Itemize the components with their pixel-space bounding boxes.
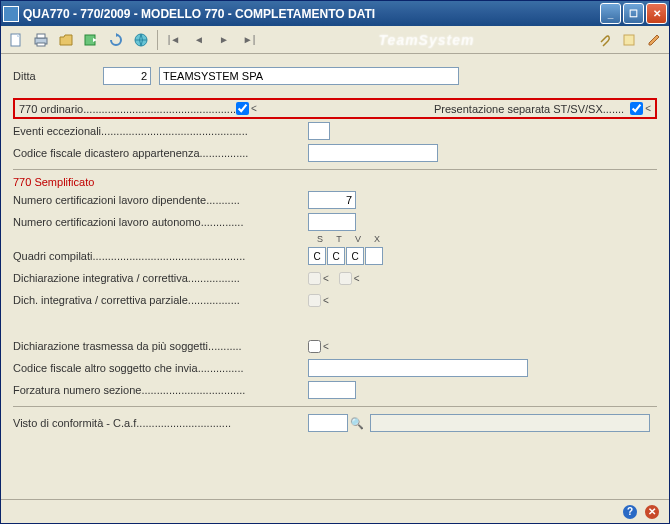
export-icon[interactable] [80, 29, 102, 51]
separator-1 [13, 169, 657, 170]
quad-v-input[interactable] [346, 247, 364, 265]
semplificato-title: 770 Semplificato [13, 176, 657, 188]
quad-s-input[interactable] [308, 247, 326, 265]
dich-integrativa-row: Dichiarazione integrativa / correttiva..… [13, 268, 657, 288]
trasmessa-row: Dichiarazione trasmessa da più soggetti.… [13, 336, 657, 356]
statusbar: ? ✕ [1, 499, 669, 523]
window-controls: _ ☐ ✕ [600, 3, 667, 24]
codfisc-altro-label: Codice fiscale altro soggetto che invia.… [13, 362, 308, 374]
presentazione-lt-icon: < [645, 103, 651, 114]
dich-integrativa-checkbox [308, 272, 321, 285]
dich-parziale-row: Dich. integrativa / correttiva parziale.… [13, 290, 657, 310]
codfisc-dicastero-row: Codice fiscale dicastero appartenenza...… [13, 143, 657, 163]
edit-icon[interactable] [643, 29, 665, 51]
eventi-input[interactable] [308, 122, 330, 140]
last-icon[interactable]: ►| [238, 29, 260, 51]
quadri-header: S T V X [311, 234, 657, 244]
cert-dipendente-label: Numero certificazioni lavoro dipendente.… [13, 194, 308, 206]
svg-rect-2 [37, 34, 45, 38]
toolbar-separator [157, 30, 158, 50]
refresh-icon[interactable] [105, 29, 127, 51]
quad-x-input[interactable] [365, 247, 383, 265]
eventi-row: Eventi eccezionali......................… [13, 121, 657, 141]
trasmessa-label: Dichiarazione trasmessa da più soggetti.… [13, 340, 308, 352]
quad-t-input[interactable] [327, 247, 345, 265]
visto-code-input[interactable] [308, 414, 348, 432]
close-button[interactable]: ✕ [646, 3, 667, 24]
cert-autonomo-row: Numero certificazioni lavoro autonomo...… [13, 212, 657, 232]
separator-2 [13, 406, 657, 407]
attach-icon[interactable] [593, 29, 615, 51]
quad-col-x: X [368, 234, 386, 244]
folder-icon[interactable] [55, 29, 77, 51]
dich-parziale-label: Dich. integrativa / correttiva parziale.… [13, 294, 308, 306]
forzatura-input[interactable] [308, 381, 356, 399]
ditta-label: Ditta [13, 70, 103, 82]
visto-row: Visto di conformità - C.a.f.............… [13, 413, 657, 433]
maximize-button[interactable]: ☐ [623, 3, 644, 24]
dich-integrativa-checkbox-2 [339, 272, 352, 285]
error-icon[interactable]: ✕ [645, 505, 659, 519]
quadri-label: Quadri compilati........................… [13, 250, 308, 262]
cert-autonomo-input[interactable] [308, 213, 356, 231]
globe-icon[interactable] [130, 29, 152, 51]
trasmessa-checkbox[interactable] [308, 340, 321, 353]
ditta-row: Ditta [13, 66, 657, 86]
dich-integrativa-label: Dichiarazione integrativa / correttiva..… [13, 272, 308, 284]
minimize-button[interactable]: _ [600, 3, 621, 24]
app-icon [3, 6, 19, 22]
dich-parziale-checkbox [308, 294, 321, 307]
dich-int-lt-icon-2: < [354, 273, 360, 284]
quadri-row: Quadri compilati........................… [13, 246, 657, 266]
quad-col-v: V [349, 234, 367, 244]
cert-autonomo-label: Numero certificazioni lavoro autonomo...… [13, 216, 308, 228]
trasmessa-lt-icon: < [323, 341, 329, 352]
ordinario-lt-icon: < [251, 103, 257, 114]
ordinario-frame: 770 ordinario...........................… [13, 98, 657, 119]
visto-label: Visto di conformità - C.a.f.............… [13, 417, 308, 429]
brand-logo: TeamSystem [263, 32, 590, 48]
quad-col-t: T [330, 234, 348, 244]
dich-parz-lt-icon: < [323, 295, 329, 306]
window-title: QUA770 - 770/2009 - MODELLO 770 - COMPLE… [23, 7, 600, 21]
toolbar: |◄ ◄ ► ►| TeamSystem [1, 26, 669, 54]
forzatura-row: Forzatura numero sezione................… [13, 380, 657, 400]
ordinario-checkbox[interactable] [236, 102, 249, 115]
prev-icon[interactable]: ◄ [188, 29, 210, 51]
presentazione-checkbox[interactable] [630, 102, 643, 115]
presentazione-label: Presentazione separata ST/SV/SX....... [434, 103, 624, 115]
quad-col-s: S [311, 234, 329, 244]
ditta-name-input[interactable] [159, 67, 459, 85]
eventi-label: Eventi eccezionali......................… [13, 125, 308, 137]
help-icon[interactable]: ? [623, 505, 637, 519]
titlebar: QUA770 - 770/2009 - MODELLO 770 - COMPLE… [1, 1, 669, 26]
ditta-code-input[interactable] [103, 67, 151, 85]
codfisc-dicastero-label: Codice fiscale dicastero appartenenza...… [13, 147, 308, 159]
ordinario-label: 770 ordinario...........................… [19, 103, 236, 115]
cert-dipendente-input[interactable] [308, 191, 356, 209]
svg-rect-3 [37, 43, 45, 46]
cert-dipendente-row: Numero certificazioni lavoro dipendente.… [13, 190, 657, 210]
codfisc-dicastero-input[interactable] [308, 144, 438, 162]
codfisc-altro-input[interactable] [308, 359, 528, 377]
forzatura-label: Forzatura numero sezione................… [13, 384, 308, 396]
codfisc-altro-row: Codice fiscale altro soggetto che invia.… [13, 358, 657, 378]
form-content: Ditta 770 ordinario.....................… [1, 54, 669, 499]
first-icon[interactable]: |◄ [163, 29, 185, 51]
app-window: QUA770 - 770/2009 - MODELLO 770 - COMPLE… [0, 0, 670, 524]
visto-desc-input [370, 414, 650, 432]
note-icon[interactable] [618, 29, 640, 51]
next-icon[interactable]: ► [213, 29, 235, 51]
svg-rect-6 [624, 35, 634, 45]
search-icon[interactable]: 🔍 [350, 417, 364, 430]
new-icon[interactable] [5, 29, 27, 51]
print-icon[interactable] [30, 29, 52, 51]
dich-int-lt-icon: < [323, 273, 329, 284]
